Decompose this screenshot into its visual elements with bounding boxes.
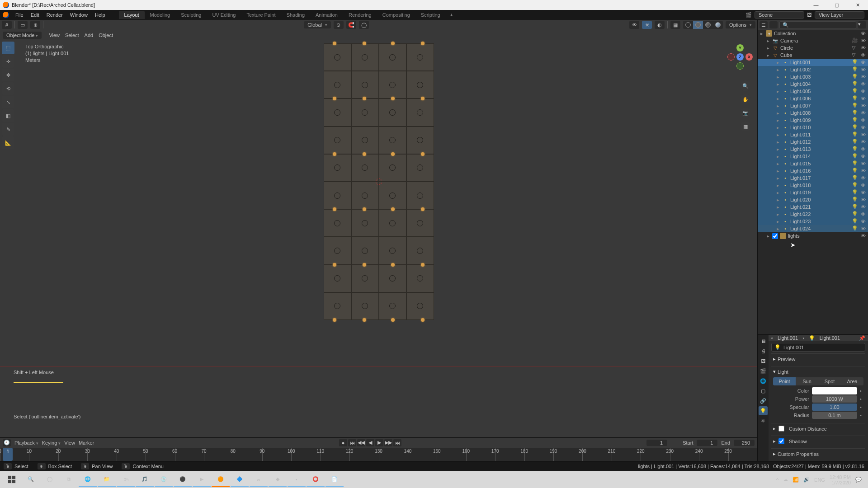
prop-tab-world[interactable]: 🌐 [759,376,768,385]
light-section-header[interactable]: ▾ Light [773,368,863,375]
visibility-toggle[interactable]: 👁 [860,103,866,108]
light-type-area[interactable]: Area [841,377,863,385]
taskview-button[interactable]: ⧉ [60,473,78,487]
tool-rotate[interactable]: ⟲ [2,82,14,95]
tool-select-box[interactable]: ⬚ [2,42,14,54]
custom-distance-section[interactable]: ▸ Custom Distance [773,425,863,432]
specular-field[interactable]: 1.00 [812,404,857,411]
workspace-add-button[interactable]: + [447,11,457,19]
visibility-toggle[interactable]: 👁 [860,110,866,116]
expand-icon[interactable]: ▸ [760,31,764,37]
taskbar-video[interactable]: ▶ [193,473,211,487]
expand-icon[interactable]: ▸ [766,52,770,58]
outliner-row[interactable]: ▸ lights 👁 [758,232,868,239]
object-visibility-button[interactable]: 👁 [629,21,639,29]
outliner-row[interactable]: ▸ • Light.007 💡 👁 [758,102,868,109]
shading-material[interactable] [703,21,713,29]
workspace-tab-sculpting[interactable]: Sculpting [175,11,207,19]
axis-x[interactable]: X [745,53,753,61]
start-button[interactable] [3,473,21,487]
light-type-point[interactable]: Point [773,377,796,385]
expand-icon[interactable]: ▸ [776,117,780,123]
play[interactable]: ▶ [375,439,383,446]
taskbar-disc[interactable]: 💿 [155,473,173,487]
timeline-ruler[interactable]: 0102030405060708090100110120130140150160… [0,448,757,461]
visibility-toggle[interactable]: 👁 [860,89,866,94]
viewport-menu-add[interactable]: Add [82,32,96,39]
visibility-toggle[interactable]: 👁 [860,125,866,130]
marker-menu[interactable]: Marker [79,440,94,446]
pivot-button[interactable]: ⊙ [334,21,344,29]
axis-y-neg[interactable] [736,62,744,70]
expand-icon[interactable]: ▸ [776,139,780,145]
tray-onedrive-icon[interactable]: ☁ [783,477,788,483]
cursor-tool-icon[interactable]: ⊕ [30,21,40,29]
visibility-toggle[interactable]: 👁 [860,38,866,43]
workspace-tab-uv-editing[interactable]: UV Editing [207,11,241,19]
outliner-row[interactable]: ▸ • Light.003 💡 👁 [758,73,868,80]
visibility-toggle[interactable]: 👁 [860,211,866,217]
zoom-button[interactable]: 🔍 [740,80,751,91]
visibility-toggle[interactable]: 👁 [860,67,866,72]
camera-view-button[interactable]: 📷 [740,108,751,118]
expand-icon[interactable]: ▸ [776,183,780,188]
outliner-row[interactable]: ▸ • Light.018 💡 👁 [758,182,868,189]
outliner-row[interactable]: ▸ • Light.006 💡 👁 [758,95,868,102]
outliner-row[interactable]: ▸ • Light.013 💡 👁 [758,145,868,153]
tray-volume-icon[interactable]: 🔊 [803,477,810,483]
outliner-row[interactable]: ▸ • Light.012 💡 👁 [758,138,868,145]
outliner-row[interactable]: ▸ • Light.016 💡 👁 [758,167,868,174]
outliner-row[interactable]: ▸ • Light.021 💡 👁 [758,203,868,211]
taskbar-vscode[interactable]: ◆ [269,473,287,487]
nav-gizmo[interactable]: Y Z X [727,44,753,70]
taskbar-app1[interactable]: 🔷 [231,473,249,487]
outliner-filter[interactable]: ▾ [858,21,866,28]
minimize-button[interactable]: — [806,0,826,10]
tool-transform[interactable]: ◧ [2,109,14,122]
timeline-view-menu[interactable]: View [64,440,75,446]
tray-notifications-icon[interactable]: 💬 [855,477,862,483]
outliner-row[interactable]: ▸ • Light.022 💡 👁 [758,211,868,218]
expand-icon[interactable]: ▸ [776,154,780,160]
outliner-row[interactable]: ▸ • Light.024 💡 👁 [758,225,868,232]
axis-z[interactable]: Z [736,53,744,61]
editor-type-button[interactable]: # [2,21,12,29]
expand-icon[interactable]: ▸ [776,226,780,232]
taskbar-obs[interactable]: ⚫ [174,473,192,487]
visibility-toggle[interactable]: 👁 [860,132,866,137]
mode-selector[interactable]: Object Mode [3,32,42,39]
outliner-row[interactable]: ▸ • Light.005 💡 👁 [758,88,868,95]
outliner-row[interactable]: ▸ • Light.011 💡 👁 [758,131,868,138]
visibility-toggle[interactable]: 👁 [860,204,866,210]
power-field[interactable]: 1000 W [812,395,857,403]
viewport-menu-object[interactable]: Object [96,32,116,39]
timeline-editor-type[interactable]: 🕘 [3,439,11,446]
expand-icon[interactable]: ▸ [776,74,780,80]
expand-icon[interactable]: ▸ [776,168,780,174]
tool-cursor[interactable]: ✛ [2,55,14,68]
outliner-row[interactable]: ▸ • Light.020 💡 👁 [758,196,868,203]
keyframe-next[interactable]: ▶▶ [384,439,392,446]
outliner-row[interactable]: ▸ • Light.017 💡 👁 [758,174,868,182]
viewport-menu-view[interactable]: View [46,32,62,39]
visibility-toggle[interactable]: 👁 [860,139,866,145]
outliner-row[interactable]: ▸ • Light.019 💡 👁 [758,189,868,196]
taskbar-chrome[interactable]: ⭕ [307,473,325,487]
expand-icon[interactable]: ▸ [776,161,780,167]
expand-icon[interactable]: ▸ [776,110,780,116]
tool-annotate[interactable]: ✎ [2,123,14,136]
tray-clock[interactable]: 12:48 PM 1/7/2020 [830,474,851,485]
preview-section-header[interactable]: ▸ Preview [773,355,863,363]
expand-icon[interactable]: ▸ [776,175,780,181]
visibility-toggle[interactable]: 👁 [860,161,866,166]
taskbar-terminal[interactable]: ▪ [288,473,306,487]
workspace-tab-rendering[interactable]: Rendering [343,11,377,19]
outliner-row[interactable]: ▸ • Light.023 💡 👁 [758,218,868,225]
expand-icon[interactable]: ▸ [776,197,780,203]
visibility-toggle[interactable]: 👁 [860,60,866,65]
tool-scale[interactable]: ⤡ [2,96,14,108]
shading-solid[interactable] [693,21,703,29]
visibility-toggle[interactable]: 👁 [860,96,866,101]
expand-icon[interactable]: ▸ [776,96,780,102]
collection-enable-check[interactable] [772,233,778,239]
